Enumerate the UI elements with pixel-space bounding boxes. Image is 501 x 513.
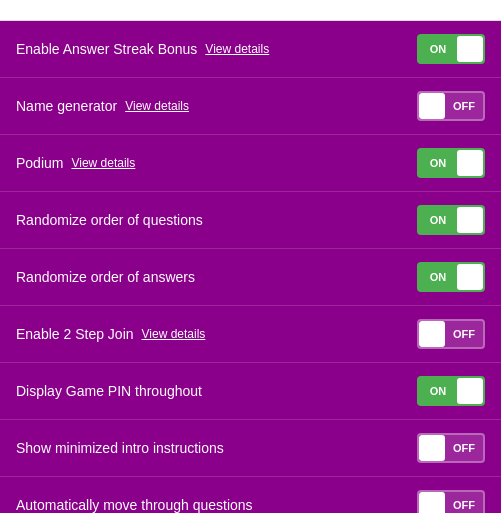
option-text-minimized-intro: Show minimized intro instructions (16, 440, 224, 456)
toggle-podium[interactable]: ON (417, 148, 485, 178)
header (0, 0, 501, 21)
toggle-randomize-answers[interactable]: ON (417, 262, 485, 292)
option-label-auto-move: Automatically move through questions (16, 497, 253, 513)
toggle-display-pin[interactable]: ON (417, 376, 485, 406)
option-row-step-join: Enable 2 Step JoinView detailsOFF (0, 306, 501, 363)
toggle-step-join[interactable]: OFF (417, 319, 485, 349)
option-text-display-pin: Display Game PIN throughout (16, 383, 202, 399)
toggle-label-auto-move: OFF (445, 499, 483, 511)
option-text-auto-move: Automatically move through questions (16, 497, 253, 513)
toggle-label-podium: ON (419, 157, 457, 169)
option-row-podium: PodiumView detailsON (0, 135, 501, 192)
toggle-label-answer-streak: ON (419, 43, 457, 55)
option-label-minimized-intro: Show minimized intro instructions (16, 440, 224, 456)
option-row-answer-streak: Enable Answer Streak BonusView detailsON (0, 21, 501, 78)
toggle-randomize-questions[interactable]: ON (417, 205, 485, 235)
option-text-name-generator: Name generator (16, 98, 117, 114)
option-label-display-pin: Display Game PIN throughout (16, 383, 202, 399)
option-label-randomize-questions: Randomize order of questions (16, 212, 203, 228)
toggle-minimized-intro[interactable]: OFF (417, 433, 485, 463)
toggle-thumb-minimized-intro (419, 435, 445, 461)
option-label-step-join: Enable 2 Step JoinView details (16, 326, 205, 342)
view-details-step-join[interactable]: View details (142, 327, 206, 341)
option-row-display-pin: Display Game PIN throughoutON (0, 363, 501, 420)
view-details-podium[interactable]: View details (71, 156, 135, 170)
toggle-label-randomize-answers: ON (419, 271, 457, 283)
toggle-label-name-generator: OFF (445, 100, 483, 112)
option-label-podium: PodiumView details (16, 155, 135, 171)
toggle-thumb-name-generator (419, 93, 445, 119)
view-details-name-generator[interactable]: View details (125, 99, 189, 113)
option-text-step-join: Enable 2 Step Join (16, 326, 134, 342)
option-row-randomize-questions: Randomize order of questionsON (0, 192, 501, 249)
option-row-auto-move: Automatically move through questionsOFF (0, 477, 501, 513)
option-text-podium: Podium (16, 155, 63, 171)
view-details-answer-streak[interactable]: View details (205, 42, 269, 56)
toggle-label-display-pin: ON (419, 385, 457, 397)
toggle-thumb-display-pin (457, 378, 483, 404)
option-label-randomize-answers: Randomize order of answers (16, 269, 195, 285)
options-list: Enable Answer Streak BonusView detailsON… (0, 21, 501, 513)
option-row-minimized-intro: Show minimized intro instructionsOFF (0, 420, 501, 477)
game-options-panel: Enable Answer Streak BonusView detailsON… (0, 0, 501, 513)
option-label-name-generator: Name generatorView details (16, 98, 189, 114)
toggle-answer-streak[interactable]: ON (417, 34, 485, 64)
toggle-thumb-auto-move (419, 492, 445, 513)
toggle-label-minimized-intro: OFF (445, 442, 483, 454)
toggle-label-step-join: OFF (445, 328, 483, 340)
option-label-answer-streak: Enable Answer Streak BonusView details (16, 41, 269, 57)
option-row-name-generator: Name generatorView detailsOFF (0, 78, 501, 135)
toggle-thumb-podium (457, 150, 483, 176)
option-text-answer-streak: Enable Answer Streak Bonus (16, 41, 197, 57)
toggle-label-randomize-questions: ON (419, 214, 457, 226)
toggle-thumb-randomize-answers (457, 264, 483, 290)
toggle-auto-move[interactable]: OFF (417, 490, 485, 513)
option-text-randomize-answers: Randomize order of answers (16, 269, 195, 285)
toggle-name-generator[interactable]: OFF (417, 91, 485, 121)
option-row-randomize-answers: Randomize order of answersON (0, 249, 501, 306)
toggle-thumb-answer-streak (457, 36, 483, 62)
toggle-thumb-step-join (419, 321, 445, 347)
toggle-thumb-randomize-questions (457, 207, 483, 233)
option-text-randomize-questions: Randomize order of questions (16, 212, 203, 228)
